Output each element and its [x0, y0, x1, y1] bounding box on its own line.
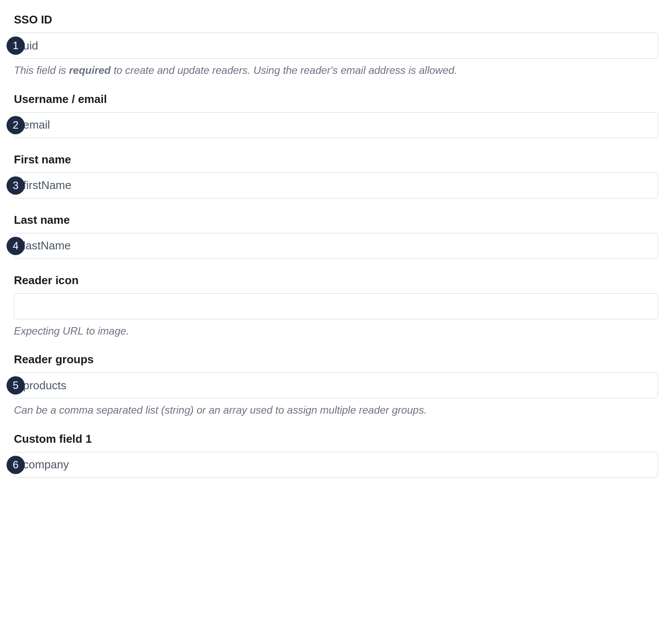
form-group-reader-icon: Reader icon Expecting URL to image.	[14, 274, 658, 338]
badge-3: 3	[7, 176, 25, 195]
custom-field-1-input[interactable]	[14, 452, 658, 478]
label-reader-groups: Reader groups	[14, 353, 658, 366]
input-wrapper	[14, 293, 658, 319]
form-group-username-email: Username / email 2	[14, 93, 658, 138]
label-username-email: Username / email	[14, 93, 658, 106]
badge-5: 5	[7, 376, 25, 395]
first-name-input[interactable]	[14, 172, 658, 199]
form-group-custom-field-1: Custom field 1 6	[14, 432, 658, 478]
reader-icon-input[interactable]	[14, 293, 658, 319]
username-email-input[interactable]	[14, 112, 658, 138]
form-group-first-name: First name 3	[14, 153, 658, 199]
input-wrapper: 3	[14, 172, 658, 199]
badge-4: 4	[7, 237, 25, 255]
reader-groups-input[interactable]	[14, 372, 658, 398]
label-first-name: First name	[14, 153, 658, 166]
badge-2: 2	[7, 116, 25, 134]
input-wrapper: 6	[14, 452, 658, 478]
badge-6: 6	[7, 456, 25, 474]
label-last-name: Last name	[14, 213, 658, 227]
input-wrapper: 5	[14, 372, 658, 398]
badge-1: 1	[7, 36, 25, 55]
sso-id-input[interactable]	[14, 33, 658, 59]
help-text-reader-groups: Can be a comma separated list (string) o…	[14, 403, 658, 418]
label-sso-id: SSO ID	[14, 13, 658, 27]
form-group-reader-groups: Reader groups 5 Can be a comma separated…	[14, 353, 658, 418]
form-group-sso-id: SSO ID 1 This field is required to creat…	[14, 13, 658, 78]
input-wrapper: 2	[14, 112, 658, 138]
label-reader-icon: Reader icon	[14, 274, 658, 287]
form-group-last-name: Last name 4	[14, 213, 658, 259]
input-wrapper: 1	[14, 33, 658, 59]
label-custom-field-1: Custom field 1	[14, 432, 658, 446]
input-wrapper: 4	[14, 233, 658, 259]
last-name-input[interactable]	[14, 233, 658, 259]
help-text-sso-id: This field is required to create and upd…	[14, 63, 658, 78]
help-text-reader-icon: Expecting URL to image.	[14, 324, 658, 338]
